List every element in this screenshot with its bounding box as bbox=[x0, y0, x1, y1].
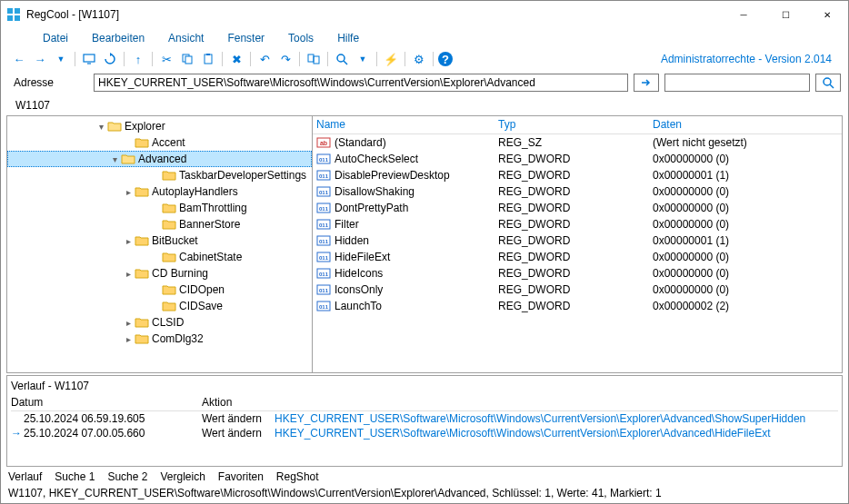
list-row[interactable]: 011HideIconsREG_DWORD0x00000000 (0) bbox=[313, 265, 842, 282]
value-type-icon: 011 bbox=[316, 299, 331, 313]
menubar: DateiBearbeitenAnsichtFensterToolsHilfe bbox=[1, 28, 848, 48]
bottom-tabs: VerlaufSuche 1Suche 2VergleichFavoritenR… bbox=[1, 469, 848, 485]
svg-text:011: 011 bbox=[319, 157, 329, 163]
search-button[interactable] bbox=[333, 50, 351, 68]
tree-view[interactable]: ▾ExplorerAccent▾AdvancedTaskbarDeveloper… bbox=[7, 116, 313, 372]
expand-icon[interactable]: ▸ bbox=[122, 318, 135, 328]
tree-item[interactable]: CabinetState bbox=[7, 249, 312, 265]
tree-item[interactable]: ▾Explorer bbox=[7, 118, 312, 134]
tree-item[interactable]: ▸ComDlg32 bbox=[7, 331, 312, 347]
menu-item-1[interactable]: Bearbeiten bbox=[92, 32, 145, 44]
cut-button[interactable]: ✂ bbox=[157, 50, 175, 68]
col-name[interactable]: Name bbox=[316, 118, 498, 131]
undo-button[interactable]: ↶ bbox=[255, 50, 274, 68]
expand-icon[interactable]: ▾ bbox=[95, 122, 107, 132]
copy-button[interactable] bbox=[178, 50, 196, 68]
tree-item[interactable]: CIDSave bbox=[7, 298, 312, 314]
bottom-tab-1[interactable]: Suche 1 bbox=[55, 470, 95, 483]
current-arrow-icon: → bbox=[11, 427, 24, 440]
tree-item[interactable]: ▸BitBucket bbox=[7, 232, 312, 249]
computer-icon[interactable] bbox=[80, 50, 98, 68]
menu-item-4[interactable]: Tools bbox=[288, 32, 314, 44]
history-row[interactable]: 25.10.2024 06.59.19.605Wert ändernHKEY_C… bbox=[11, 411, 838, 426]
menu-item-5[interactable]: Hilfe bbox=[337, 32, 359, 44]
duplicate-button[interactable] bbox=[305, 50, 323, 68]
tree-item[interactable]: ▸CD Burning bbox=[7, 265, 312, 282]
col-type[interactable]: Typ bbox=[498, 118, 653, 131]
value-type: REG_DWORD bbox=[498, 267, 653, 280]
refresh-button[interactable] bbox=[101, 50, 119, 68]
list-row[interactable]: 011LaunchToREG_DWORD0x00000002 (2) bbox=[313, 298, 842, 314]
list-row[interactable]: 011DontPrettyPathREG_DWORD0x00000000 (0) bbox=[313, 200, 842, 216]
settings-button[interactable]: ⚙ bbox=[410, 50, 428, 68]
tree-item[interactable]: ▸AutoplayHandlers bbox=[7, 183, 312, 200]
list-row[interactable]: 011AutoCheckSelectREG_DWORD0x00000000 (0… bbox=[313, 151, 842, 167]
list-row[interactable]: 011FilterREG_DWORD0x00000000 (0) bbox=[313, 216, 842, 232]
folder-icon bbox=[162, 282, 176, 297]
menu-item-3[interactable]: Fenster bbox=[227, 32, 265, 44]
help-button[interactable]: ? bbox=[438, 52, 453, 66]
list-row[interactable]: ab(Standard)REG_SZ(Wert nicht gesetzt) bbox=[313, 134, 842, 151]
list-row[interactable]: 011DisallowShakingREG_DWORD0x00000000 (0… bbox=[313, 183, 842, 200]
address-label: Adresse bbox=[8, 76, 88, 89]
value-type: REG_DWORD bbox=[498, 185, 653, 198]
up-button[interactable]: ↑ bbox=[129, 50, 147, 68]
expand-icon[interactable]: ▸ bbox=[122, 187, 135, 197]
svg-rect-4 bbox=[84, 54, 95, 62]
folder-icon bbox=[162, 299, 176, 313]
value-name: DisablePreviewDesktop bbox=[335, 169, 498, 182]
bottom-tab-5[interactable]: RegShot bbox=[276, 470, 319, 483]
close-button[interactable]: ✕ bbox=[806, 1, 848, 28]
redo-button[interactable]: ↷ bbox=[276, 50, 295, 68]
back-button[interactable]: ← bbox=[10, 50, 28, 68]
list-row[interactable]: 011HideFileExtREG_DWORD0x00000000 (0) bbox=[313, 249, 842, 265]
tree-item[interactable]: ▾Advanced bbox=[7, 151, 312, 167]
col-data[interactable]: Daten bbox=[653, 118, 838, 131]
address-go-button[interactable] bbox=[634, 74, 659, 92]
search-dropdown[interactable]: ▼ bbox=[354, 50, 372, 68]
maximize-button[interactable]: ☐ bbox=[764, 1, 806, 28]
quick-search-button[interactable] bbox=[815, 74, 841, 92]
menu-item-2[interactable]: Ansicht bbox=[168, 32, 204, 44]
list-row[interactable]: 011HiddenREG_DWORD0x00000001 (1) bbox=[313, 232, 842, 249]
bottom-tab-0[interactable]: Verlauf bbox=[8, 470, 42, 483]
hist-col-aktion[interactable]: Aktion bbox=[202, 396, 838, 409]
value-type-icon: ab bbox=[316, 135, 331, 150]
forward-button[interactable]: → bbox=[31, 50, 49, 68]
list-row[interactable]: 011IconsOnlyREG_DWORD0x00000000 (0) bbox=[313, 282, 842, 298]
toolbar: ← → ▼ ↑ ✂ ✖ ↶ ↷ bbox=[1, 48, 848, 72]
expand-icon[interactable]: ▸ bbox=[122, 236, 135, 246]
hist-col-datum[interactable]: Datum bbox=[11, 396, 202, 409]
bolt-button[interactable]: ⚡ bbox=[382, 50, 400, 68]
list-body[interactable]: ab(Standard)REG_SZ(Wert nicht gesetzt)01… bbox=[313, 134, 842, 372]
bottom-tab-4[interactable]: Favoriten bbox=[218, 470, 264, 483]
bottom-tab-3[interactable]: Vergleich bbox=[160, 470, 205, 483]
tree-item[interactable]: TaskbarDeveloperSettings bbox=[7, 167, 312, 183]
paste-button[interactable] bbox=[199, 50, 217, 68]
menu-item-0[interactable]: Datei bbox=[43, 32, 68, 44]
value-data: 0x00000000 (0) bbox=[653, 153, 838, 165]
address-input[interactable] bbox=[94, 74, 628, 92]
expand-icon[interactable]: ▾ bbox=[108, 154, 121, 164]
list-header: Name Typ Daten bbox=[313, 116, 842, 134]
history-action: Wert ändern bbox=[202, 427, 275, 440]
dropdown-nav[interactable]: ▼ bbox=[52, 50, 70, 68]
list-row[interactable]: 011DisablePreviewDesktopREG_DWORD0x00000… bbox=[313, 167, 842, 183]
svg-rect-0 bbox=[7, 8, 13, 14]
history-row[interactable]: →25.10.2024 07.00.05.660Wert ändernHKEY_… bbox=[11, 426, 838, 440]
delete-button[interactable]: ✖ bbox=[227, 50, 245, 68]
tree-item[interactable]: BannerStore bbox=[7, 216, 312, 232]
minimize-button[interactable]: ─ bbox=[723, 1, 764, 28]
expand-icon[interactable]: ▸ bbox=[122, 334, 135, 344]
tree-item[interactable]: Accent bbox=[7, 134, 312, 151]
svg-rect-10 bbox=[308, 54, 314, 62]
bottom-tab-2[interactable]: Suche 2 bbox=[107, 470, 147, 483]
tree-item[interactable]: CIDOpen bbox=[7, 282, 312, 298]
history-action: Wert ändern bbox=[202, 412, 275, 425]
tree-item[interactable]: ▸CLSID bbox=[7, 314, 312, 331]
tree-item[interactable]: BamThrottling bbox=[7, 200, 312, 216]
expand-icon[interactable]: ▸ bbox=[122, 269, 135, 279]
tab-w1107[interactable]: W1107 bbox=[6, 97, 59, 114]
value-data: (Wert nicht gesetzt) bbox=[653, 136, 838, 149]
quick-search-input[interactable] bbox=[664, 74, 810, 92]
